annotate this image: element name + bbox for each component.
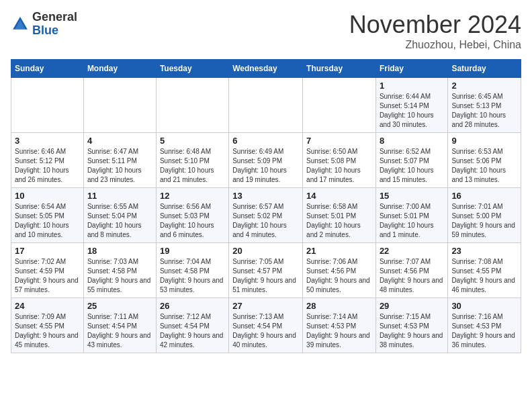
day-number: 11 <box>87 191 152 201</box>
day-info: Sunrise: 6:56 AM Sunset: 5:03 PM Dayligh… <box>160 202 225 240</box>
day-number: 12 <box>160 191 225 201</box>
day-number: 25 <box>87 301 152 311</box>
day-number: 24 <box>15 301 80 311</box>
weekday-header: Friday <box>375 60 447 78</box>
calendar-cell: 7Sunrise: 6:50 AM Sunset: 5:08 PM Daylig… <box>303 133 376 188</box>
day-info: Sunrise: 6:48 AM Sunset: 5:10 PM Dayligh… <box>160 147 225 185</box>
day-info: Sunrise: 6:44 AM Sunset: 5:14 PM Dayligh… <box>380 92 444 130</box>
calendar-cell: 5Sunrise: 6:48 AM Sunset: 5:10 PM Daylig… <box>156 133 228 188</box>
calendar-cell: 20Sunrise: 7:05 AM Sunset: 4:57 PM Dayli… <box>229 243 303 298</box>
calendar-body: 1Sunrise: 6:44 AM Sunset: 5:14 PM Daylig… <box>11 78 521 353</box>
calendar-cell: 29Sunrise: 7:15 AM Sunset: 4:53 PM Dayli… <box>375 298 447 353</box>
calendar-cell: 18Sunrise: 7:03 AM Sunset: 4:58 PM Dayli… <box>83 243 156 298</box>
calendar-cell: 13Sunrise: 6:57 AM Sunset: 5:02 PM Dayli… <box>229 188 303 243</box>
day-number: 10 <box>15 191 80 201</box>
month-title: November 2024 <box>349 11 521 39</box>
title-block: November 2024 Zhuozhou, Hebei, China <box>349 11 521 51</box>
calendar-cell <box>11 78 84 133</box>
day-number: 5 <box>160 136 225 146</box>
day-number: 16 <box>451 191 517 201</box>
day-number: 28 <box>306 301 372 311</box>
day-number: 17 <box>15 246 80 256</box>
calendar-cell <box>303 78 376 133</box>
day-info: Sunrise: 6:55 AM Sunset: 5:04 PM Dayligh… <box>87 202 152 240</box>
day-number: 18 <box>87 246 152 256</box>
day-number: 6 <box>232 136 299 146</box>
day-info: Sunrise: 7:04 AM Sunset: 4:58 PM Dayligh… <box>160 257 225 295</box>
day-info: Sunrise: 7:13 AM Sunset: 4:54 PM Dayligh… <box>232 312 299 350</box>
calendar-week-row: 10Sunrise: 6:54 AM Sunset: 5:05 PM Dayli… <box>11 188 521 243</box>
day-info: Sunrise: 6:50 AM Sunset: 5:08 PM Dayligh… <box>306 147 372 185</box>
day-info: Sunrise: 7:16 AM Sunset: 4:53 PM Dayligh… <box>451 312 517 350</box>
day-info: Sunrise: 7:15 AM Sunset: 4:53 PM Dayligh… <box>380 312 444 350</box>
calendar-cell: 11Sunrise: 6:55 AM Sunset: 5:04 PM Dayli… <box>83 188 156 243</box>
day-info: Sunrise: 7:00 AM Sunset: 5:01 PM Dayligh… <box>380 202 444 240</box>
logo-text: General Blue <box>32 11 77 38</box>
weekday-header: Saturday <box>448 60 521 78</box>
day-info: Sunrise: 7:01 AM Sunset: 5:00 PM Dayligh… <box>451 202 517 240</box>
day-number: 13 <box>232 191 299 201</box>
weekday-header: Monday <box>83 60 156 78</box>
calendar-cell: 8Sunrise: 6:52 AM Sunset: 5:07 PM Daylig… <box>375 133 447 188</box>
day-number: 4 <box>87 136 152 146</box>
day-number: 22 <box>380 246 444 256</box>
day-info: Sunrise: 6:49 AM Sunset: 5:09 PM Dayligh… <box>232 147 299 185</box>
weekday-header: Thursday <box>303 60 376 78</box>
day-number: 20 <box>232 246 299 256</box>
calendar-cell: 1Sunrise: 6:44 AM Sunset: 5:14 PM Daylig… <box>375 78 447 133</box>
calendar-cell: 6Sunrise: 6:49 AM Sunset: 5:09 PM Daylig… <box>229 133 303 188</box>
day-info: Sunrise: 6:54 AM Sunset: 5:05 PM Dayligh… <box>15 202 80 240</box>
calendar-cell: 17Sunrise: 7:02 AM Sunset: 4:59 PM Dayli… <box>11 243 84 298</box>
weekday-header: Wednesday <box>229 60 303 78</box>
day-info: Sunrise: 6:53 AM Sunset: 5:06 PM Dayligh… <box>451 147 517 185</box>
day-info: Sunrise: 6:58 AM Sunset: 5:01 PM Dayligh… <box>306 202 372 240</box>
day-info: Sunrise: 6:57 AM Sunset: 5:02 PM Dayligh… <box>232 202 299 240</box>
day-info: Sunrise: 6:52 AM Sunset: 5:07 PM Dayligh… <box>380 147 444 185</box>
calendar-cell <box>156 78 228 133</box>
day-info: Sunrise: 7:08 AM Sunset: 4:55 PM Dayligh… <box>451 257 517 295</box>
calendar-cell <box>229 78 303 133</box>
weekday-row: SundayMondayTuesdayWednesdayThursdayFrid… <box>11 60 521 78</box>
calendar-cell: 10Sunrise: 6:54 AM Sunset: 5:05 PM Dayli… <box>11 188 84 243</box>
calendar-week-row: 3Sunrise: 6:46 AM Sunset: 5:12 PM Daylig… <box>11 133 521 188</box>
weekday-header: Tuesday <box>156 60 228 78</box>
logo: General Blue <box>11 11 77 38</box>
calendar-cell: 15Sunrise: 7:00 AM Sunset: 5:01 PM Dayli… <box>375 188 447 243</box>
day-number: 3 <box>15 136 80 146</box>
day-info: Sunrise: 7:06 AM Sunset: 4:56 PM Dayligh… <box>306 257 372 295</box>
day-number: 1 <box>380 81 444 91</box>
day-number: 9 <box>451 136 517 146</box>
calendar-cell: 28Sunrise: 7:14 AM Sunset: 4:53 PM Dayli… <box>303 298 376 353</box>
day-info: Sunrise: 7:14 AM Sunset: 4:53 PM Dayligh… <box>306 312 372 350</box>
day-info: Sunrise: 7:07 AM Sunset: 4:56 PM Dayligh… <box>380 257 444 295</box>
calendar-cell: 27Sunrise: 7:13 AM Sunset: 4:54 PM Dayli… <box>229 298 303 353</box>
day-info: Sunrise: 7:11 AM Sunset: 4:54 PM Dayligh… <box>87 312 152 350</box>
calendar-table: SundayMondayTuesdayWednesdayThursdayFrid… <box>11 59 521 353</box>
day-info: Sunrise: 7:12 AM Sunset: 4:54 PM Dayligh… <box>160 312 225 350</box>
day-number: 21 <box>306 246 372 256</box>
day-number: 29 <box>380 301 444 311</box>
day-info: Sunrise: 6:47 AM Sunset: 5:11 PM Dayligh… <box>87 147 152 185</box>
day-number: 23 <box>451 246 517 256</box>
calendar-cell <box>83 78 156 133</box>
day-info: Sunrise: 7:05 AM Sunset: 4:57 PM Dayligh… <box>232 257 299 295</box>
calendar-cell: 25Sunrise: 7:11 AM Sunset: 4:54 PM Dayli… <box>83 298 156 353</box>
calendar-cell: 19Sunrise: 7:04 AM Sunset: 4:58 PM Dayli… <box>156 243 228 298</box>
calendar-cell: 3Sunrise: 6:46 AM Sunset: 5:12 PM Daylig… <box>11 133 84 188</box>
calendar-cell: 4Sunrise: 6:47 AM Sunset: 5:11 PM Daylig… <box>83 133 156 188</box>
day-info: Sunrise: 6:46 AM Sunset: 5:12 PM Dayligh… <box>15 147 80 185</box>
day-number: 8 <box>380 136 444 146</box>
calendar-cell: 12Sunrise: 6:56 AM Sunset: 5:03 PM Dayli… <box>156 188 228 243</box>
calendar-cell: 21Sunrise: 7:06 AM Sunset: 4:56 PM Dayli… <box>303 243 376 298</box>
calendar-cell: 14Sunrise: 6:58 AM Sunset: 5:01 PM Dayli… <box>303 188 376 243</box>
calendar-cell: 26Sunrise: 7:12 AM Sunset: 4:54 PM Dayli… <box>156 298 228 353</box>
calendar-header: SundayMondayTuesdayWednesdayThursdayFrid… <box>11 60 521 78</box>
calendar-cell: 30Sunrise: 7:16 AM Sunset: 4:53 PM Dayli… <box>448 298 521 353</box>
calendar-cell: 24Sunrise: 7:09 AM Sunset: 4:55 PM Dayli… <box>11 298 84 353</box>
logo-icon <box>11 15 30 34</box>
calendar-cell: 9Sunrise: 6:53 AM Sunset: 5:06 PM Daylig… <box>448 133 521 188</box>
page-header: General Blue November 2024 Zhuozhou, Heb… <box>11 11 521 51</box>
day-number: 2 <box>451 81 517 91</box>
day-info: Sunrise: 7:09 AM Sunset: 4:55 PM Dayligh… <box>15 312 80 350</box>
day-info: Sunrise: 7:03 AM Sunset: 4:58 PM Dayligh… <box>87 257 152 295</box>
